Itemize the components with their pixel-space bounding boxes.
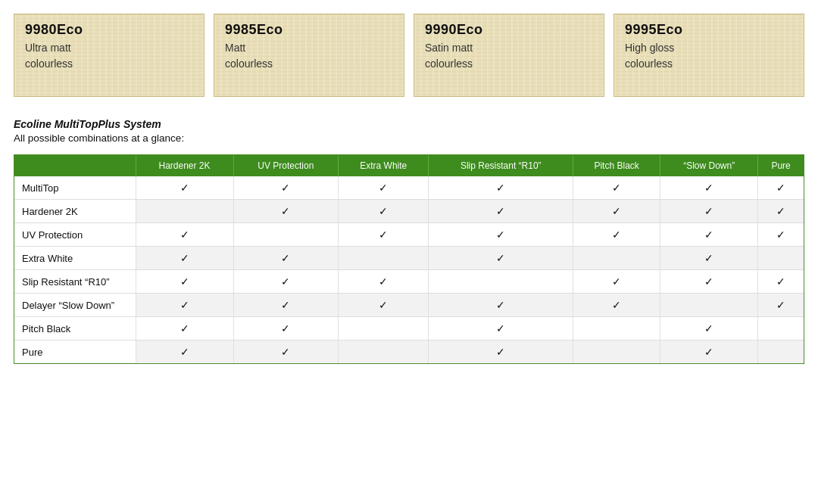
table-col-header: Extra White (339, 155, 429, 176)
table-row: UV Protection✓✓✓✓✓✓ (14, 223, 804, 247)
checkmark-icon: ✓ (612, 299, 621, 311)
checkmark-icon: ✓ (704, 275, 713, 288)
compat-table: Hardener 2KUV ProtectionExtra WhiteSlip … (14, 155, 804, 363)
checkmark-icon: ✓ (180, 252, 189, 264)
checkmark-icon: ✓ (379, 299, 388, 311)
table-cell (758, 317, 804, 341)
table-cell (573, 317, 660, 341)
section-title: Ecoline MultiTopPlus System (14, 118, 804, 130)
table-cell: ✓ (233, 317, 339, 341)
table-cell: ✓ (136, 341, 233, 364)
product-code: 9990Eco (425, 22, 593, 39)
table-cell: ✓ (136, 247, 233, 270)
checkmark-icon: ✓ (180, 299, 189, 311)
checkmark-icon: ✓ (180, 275, 189, 288)
table-cell: ✓ (758, 176, 804, 200)
checkmark-icon: ✓ (180, 346, 189, 358)
table-cell: ✓ (573, 200, 660, 223)
checkmark-icon: ✓ (281, 346, 290, 358)
table-cell: ✓ (233, 176, 339, 200)
table-cell: ✓ (758, 200, 804, 223)
checkmark-icon: ✓ (496, 182, 505, 194)
checkmark-icon: ✓ (379, 205, 388, 217)
table-cell: ✓ (429, 176, 573, 200)
table-cell: ✓ (660, 223, 758, 247)
checkmark-icon: ✓ (612, 229, 621, 241)
table-row: Delayer “Slow Down”✓✓✓✓✓✓ (14, 294, 804, 317)
table-cell (758, 247, 804, 270)
checkmark-icon: ✓ (281, 252, 290, 264)
checkmark-icon: ✓ (281, 275, 290, 288)
product-card: 9995Eco High glosscolourless (614, 14, 804, 97)
table-cell: ✓ (758, 270, 804, 294)
checkmark-icon: ✓ (281, 299, 290, 311)
checkmark-icon: ✓ (776, 205, 785, 217)
checkmark-icon: ✓ (704, 252, 713, 264)
product-desc: High glosscolourless (625, 40, 793, 72)
table-cell: ✓ (573, 176, 660, 200)
table-col-header: UV Protection (233, 155, 339, 176)
checkmark-icon: ✓ (379, 275, 388, 288)
table-cell (339, 247, 429, 270)
table-cell: ✓ (233, 341, 339, 364)
table-cell: ✓ (573, 294, 660, 317)
checkmark-icon: ✓ (704, 205, 713, 217)
table-cell: ✓ (339, 176, 429, 200)
table-cell (136, 200, 233, 223)
table-cell: ✓ (136, 270, 233, 294)
checkmark-icon: ✓ (379, 182, 388, 194)
checkmark-icon: ✓ (704, 346, 713, 358)
product-card: 9980Eco Ultra mattcolourless (14, 14, 204, 97)
checkmark-icon: ✓ (281, 205, 290, 217)
checkmark-icon: ✓ (776, 229, 785, 241)
table-cell (429, 270, 573, 294)
checkmark-icon: ✓ (704, 182, 713, 194)
table-cell (758, 341, 804, 364)
table-cell: ✓ (339, 223, 429, 247)
checkmark-icon: ✓ (776, 275, 785, 288)
table-cell: ✓ (573, 223, 660, 247)
table-col-header: Slip Resistant “R10” (429, 155, 573, 176)
table-cell: ✓ (660, 270, 758, 294)
table-cell (339, 341, 429, 364)
checkmark-icon: ✓ (496, 299, 505, 311)
table-cell (573, 341, 660, 364)
table-cell (339, 317, 429, 341)
table-cell: ✓ (339, 200, 429, 223)
checkmark-icon: ✓ (612, 182, 621, 194)
table-row: MultiTop✓✓✓✓✓✓✓ (14, 176, 804, 200)
table-cell: ✓ (573, 270, 660, 294)
checkmark-icon: ✓ (496, 346, 505, 358)
checkmark-icon: ✓ (776, 182, 785, 194)
table-row: Pitch Black✓✓✓✓ (14, 317, 804, 341)
table-cell: ✓ (660, 176, 758, 200)
product-code: 9980Eco (25, 22, 193, 39)
row-label: Hardener 2K (14, 200, 136, 223)
table-header-empty (14, 155, 136, 176)
table-cell: ✓ (233, 270, 339, 294)
table-cell: ✓ (429, 247, 573, 270)
checkmark-icon: ✓ (704, 322, 713, 334)
table-cell: ✓ (429, 223, 573, 247)
table-cell: ✓ (339, 270, 429, 294)
row-label: Extra White (14, 247, 136, 270)
checkmark-icon: ✓ (496, 252, 505, 264)
row-label: Slip Resistant “R10” (14, 270, 136, 294)
checkmark-icon: ✓ (776, 299, 785, 311)
table-cell: ✓ (136, 176, 233, 200)
table-row: Hardener 2K✓✓✓✓✓✓ (14, 200, 804, 223)
table-col-header: “Slow Down” (660, 155, 758, 176)
row-label: UV Protection (14, 223, 136, 247)
table-row: Slip Resistant “R10”✓✓✓✓✓✓ (14, 270, 804, 294)
table-col-header: Hardener 2K (136, 155, 233, 176)
table-cell: ✓ (136, 294, 233, 317)
product-card: 9985Eco Mattcolourless (214, 14, 404, 97)
table-cell: ✓ (660, 317, 758, 341)
table-cell: ✓ (660, 200, 758, 223)
table-row: Extra White✓✓✓✓ (14, 247, 804, 270)
row-label: MultiTop (14, 176, 136, 200)
table-cell: ✓ (136, 317, 233, 341)
compat-table-wrap: Hardener 2KUV ProtectionExtra WhiteSlip … (14, 154, 804, 364)
product-code: 9985Eco (225, 22, 393, 39)
checkmark-icon: ✓ (180, 322, 189, 334)
